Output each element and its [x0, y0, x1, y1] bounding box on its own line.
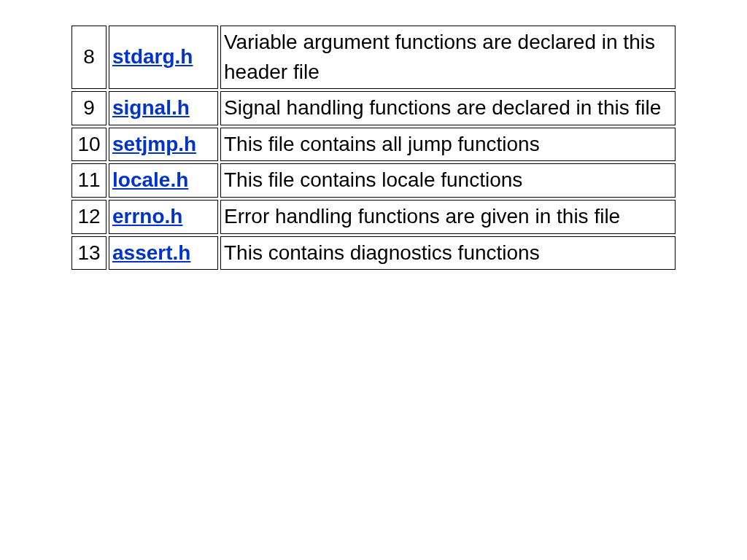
- header-link[interactable]: signal.h: [112, 96, 190, 119]
- table-row: 13 assert.h This contains diagnostics fu…: [71, 236, 676, 271]
- row-number: 11: [71, 163, 107, 198]
- row-number: 12: [71, 200, 107, 234]
- row-number: 9: [71, 91, 107, 125]
- table-row: 11 locale.h This file contains locale fu…: [71, 163, 676, 198]
- table-row: 9 signal.h Signal handling functions are…: [71, 91, 676, 125]
- row-number: 10: [71, 128, 107, 162]
- row-number: 8: [71, 26, 107, 89]
- header-desc: This contains diagnostics functions: [220, 236, 676, 271]
- header-link[interactable]: assert.h: [112, 241, 190, 264]
- table-row: 10 setjmp.h This file contains all jump …: [71, 128, 676, 162]
- header-link[interactable]: locale.h: [112, 168, 188, 191]
- header-name: stdarg.h: [109, 26, 218, 89]
- table-row: 8 stdarg.h Variable argument functions a…: [71, 26, 676, 89]
- header-name: setjmp.h: [109, 128, 218, 162]
- header-desc: This file contains all jump functions: [220, 128, 676, 162]
- table-row: 12 errno.h Error handling functions are …: [71, 200, 676, 234]
- header-name: locale.h: [109, 163, 218, 198]
- header-name: errno.h: [109, 200, 218, 234]
- header-name: assert.h: [109, 236, 218, 271]
- row-number: 13: [71, 236, 107, 271]
- header-desc: Variable argument functions are declared…: [220, 26, 676, 89]
- header-desc: Signal handling functions are declared i…: [220, 91, 676, 125]
- header-name: signal.h: [109, 91, 218, 125]
- header-link[interactable]: setjmp.h: [112, 133, 196, 155]
- header-link[interactable]: stdarg.h: [112, 45, 193, 68]
- header-files-table: 8 stdarg.h Variable argument functions a…: [69, 23, 678, 272]
- header-desc: Error handling functions are given in th…: [220, 200, 676, 234]
- header-desc: This file contains locale functions: [220, 163, 676, 198]
- header-link[interactable]: errno.h: [112, 205, 182, 228]
